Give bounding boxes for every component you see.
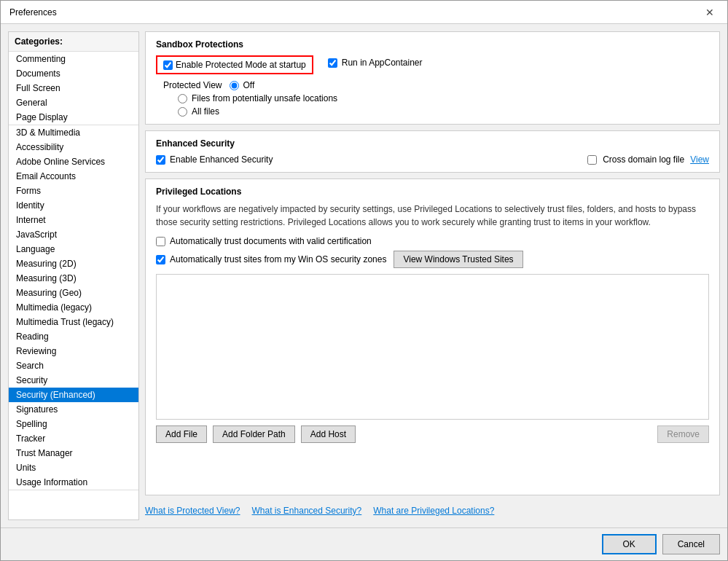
protected-view-off-label[interactable]: Off [243, 80, 255, 90]
sidebar-item-javascript[interactable]: JavaScript [9, 227, 138, 242]
sidebar-item-usage-info[interactable]: Usage Information [9, 475, 138, 490]
sidebar-group-2: 3D & Multimedia Accessibility Adobe Onli… [9, 125, 138, 490]
protected-view-row: Protected View Off [163, 80, 709, 90]
title-bar: Preferences ✕ [1, 1, 727, 24]
sidebar-item-full-screen[interactable]: Full Screen [9, 81, 138, 95]
sidebar-item-tracker[interactable]: Tracker [9, 431, 138, 446]
protected-view-label: Protected View [163, 80, 222, 90]
radio-unsafe-locations: Files from potentially unsafe locations [178, 93, 709, 103]
trusted-sites-list [156, 274, 709, 420]
cancel-button[interactable]: Cancel [662, 534, 720, 554]
auto-trust-cert-checkbox[interactable] [156, 237, 165, 246]
enable-protected-mode-checkbox[interactable] [163, 60, 173, 70]
sidebar-item-3d-multimedia[interactable]: 3D & Multimedia [9, 125, 138, 140]
sidebar-item-search[interactable]: Search [9, 358, 138, 373]
main-content: Categories: Commenting Documents Full Sc… [1, 24, 727, 527]
run-appcontainer-label[interactable]: Run in AppContainer [342, 58, 423, 68]
add-folder-button[interactable]: Add Folder Path [213, 425, 295, 443]
sidebar-item-documents[interactable]: Documents [9, 66, 138, 81]
sidebar-item-units[interactable]: Units [9, 460, 138, 475]
sidebar-item-reviewing[interactable]: Reviewing [9, 344, 138, 358]
privileged-locations-description: If your workflows are negatively impacte… [156, 203, 709, 229]
sidebar-item-commenting[interactable]: Commenting [9, 52, 138, 66]
protected-view-options: Files from potentially unsafe locations … [178, 93, 709, 117]
protected-view-unsafe-radio[interactable] [178, 94, 187, 103]
sidebar-item-email-accounts[interactable]: Email Accounts [9, 169, 138, 184]
cross-domain-checkbox[interactable] [587, 155, 597, 165]
preferences-window: Preferences ✕ Categories: Commenting Doc… [0, 0, 728, 561]
protected-view-all-label[interactable]: All files [192, 106, 219, 117]
sidebar-item-page-display[interactable]: Page Display [9, 110, 138, 125]
sidebar-item-general[interactable]: General [9, 95, 138, 110]
window-title: Preferences [9, 7, 57, 17]
sidebar-item-multimedia-legacy[interactable]: Multimedia (legacy) [9, 300, 138, 315]
dialog-buttons: OK Cancel [1, 527, 727, 560]
sidebar-item-adobe-online[interactable]: Adobe Online Services [9, 154, 138, 169]
sandbox-section: Sandbox Protections Enable Protected Mod… [145, 31, 720, 125]
auto-trust-sites-checkbox[interactable] [156, 255, 165, 264]
protected-view-help-link[interactable]: What is Protected View? [145, 506, 240, 516]
settings-panel: Sandbox Protections Enable Protected Mod… [145, 31, 720, 520]
add-host-button[interactable]: Add Host [301, 425, 356, 443]
remove-button[interactable]: Remove [657, 425, 709, 443]
enable-enhanced-security-label[interactable]: Enable Enhanced Security [170, 154, 273, 165]
sidebar-item-spelling[interactable]: Spelling [9, 417, 138, 431]
sidebar-item-measuring-geo[interactable]: Measuring (Geo) [9, 286, 138, 300]
privileged-locations-section: Privileged Locations If your workflows a… [145, 178, 720, 495]
categories-sidebar: Categories: Commenting Documents Full Sc… [8, 31, 139, 520]
add-file-button[interactable]: Add File [156, 425, 207, 443]
close-button[interactable]: ✕ [701, 5, 719, 20]
view-trusted-sites-button[interactable]: View Windows Trusted Sites [394, 251, 522, 268]
sidebar-item-measuring-3d[interactable]: Measuring (3D) [9, 271, 138, 286]
sidebar-item-measuring-2d[interactable]: Measuring (2D) [9, 256, 138, 271]
run-appcontainer-checkbox[interactable] [328, 58, 337, 68]
view-link[interactable]: View [690, 154, 709, 165]
privileged-locations-title: Privileged Locations [156, 187, 709, 197]
sidebar-item-language[interactable]: Language [9, 242, 138, 256]
categories-header: Categories: [9, 32, 138, 52]
run-appcontainer-row: Run in AppContainer [328, 58, 423, 68]
auto-trust-sites-label[interactable]: Automatically trust sites from my Win OS… [170, 254, 386, 264]
auto-trust-sites-row: Automatically trust sites from my Win OS… [156, 251, 709, 268]
radio-off: Off [230, 80, 255, 90]
protected-view-off-radio[interactable] [230, 81, 239, 90]
enhanced-security-help-link[interactable]: What is Enhanced Security? [252, 506, 362, 516]
ok-button[interactable]: OK [602, 534, 657, 554]
enhanced-security-right: Cross domain log file View [587, 154, 709, 165]
cross-domain-label[interactable]: Cross domain log file [603, 154, 684, 165]
sidebar-item-signatures[interactable]: Signatures [9, 402, 138, 417]
enable-enhanced-security-checkbox[interactable] [156, 155, 165, 165]
sidebar-item-reading[interactable]: Reading [9, 329, 138, 344]
sidebar-item-identity[interactable]: Identity [9, 198, 138, 213]
protected-view-unsafe-label[interactable]: Files from potentially unsafe locations [192, 93, 337, 103]
enhanced-security-left: Enable Enhanced Security [156, 154, 273, 165]
sidebar-item-accessibility[interactable]: Accessibility [9, 140, 138, 154]
sidebar-item-security-enhanced[interactable]: Security (Enhanced) [9, 388, 138, 402]
enhanced-security-section: Enhanced Security Enable Enhanced Securi… [145, 130, 720, 173]
sidebar-item-multimedia-trust[interactable]: Multimedia Trust (legacy) [9, 315, 138, 329]
radio-all-files: All files [178, 106, 709, 117]
sidebar-item-forms[interactable]: Forms [9, 184, 138, 198]
enable-protected-mode-label[interactable]: Enable Protected Mode at startup [176, 60, 306, 70]
footer-links: What is Protected View? What is Enhanced… [145, 501, 720, 520]
auto-trust-cert-row: Automatically trust documents with valid… [156, 236, 709, 246]
sandbox-title: Sandbox Protections [156, 39, 709, 50]
sidebar-item-trust-manager[interactable]: Trust Manager [9, 446, 138, 460]
auto-trust-cert-label[interactable]: Automatically trust documents with valid… [170, 236, 372, 246]
enhanced-security-row: Enable Enhanced Security Cross domain lo… [156, 154, 709, 165]
privileged-locations-help-link[interactable]: What are Privileged Locations? [373, 506, 494, 516]
enhanced-security-title: Enhanced Security [156, 138, 709, 149]
enable-protected-mode-highlight: Enable Protected Mode at startup [156, 55, 313, 74]
sidebar-group-1: Commenting Documents Full Screen General… [9, 52, 138, 125]
sidebar-item-internet[interactable]: Internet [9, 213, 138, 227]
protected-view-all-radio[interactable] [178, 107, 187, 117]
sidebar-item-security[interactable]: Security [9, 373, 138, 388]
action-buttons: Add File Add Folder Path Add Host Remove [156, 425, 709, 443]
